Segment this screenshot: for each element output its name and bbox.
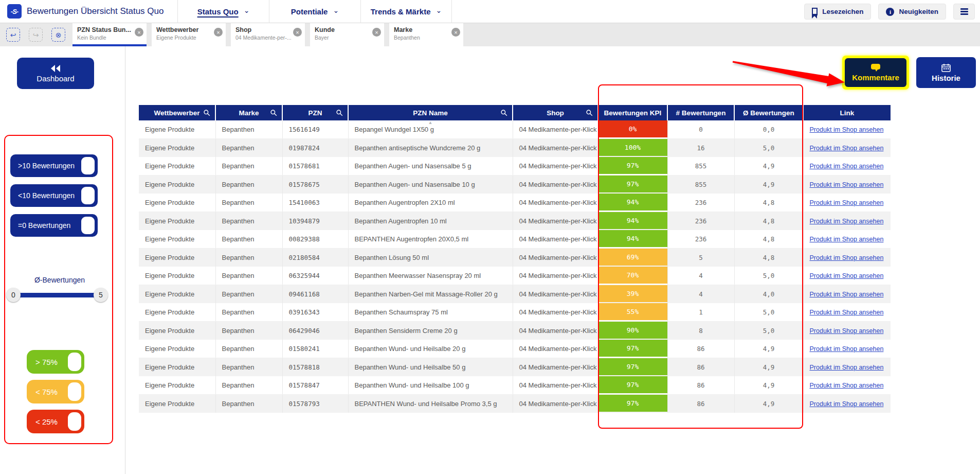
product-shop-link[interactable]: Produkt im Shop ansehen [810,400,884,408]
cell-shop[interactable]: 04 Medikamente-per-Klick [513,249,598,267]
cell-anzahl-bewertungen[interactable]: 5 [667,249,734,267]
clear-selections-button[interactable]: ⊗ [51,28,65,42]
cell-pzn[interactable]: 01578818 [282,358,348,377]
cell-marke[interactable]: Bepanthen [215,230,282,249]
cell-shop[interactable]: 04 Medikamente-per-Klick [513,194,598,212]
filter-chip-marke[interactable]: MarkeBepanthen× [389,23,463,46]
cell-shop[interactable]: 04 Medikamente-per-Klick [513,285,598,304]
cell-shop[interactable]: 04 Medikamente-per-Klick [513,358,598,377]
cell-wettbewerber[interactable]: Eigene Produkte [139,395,215,413]
cell-anzahl-bewertungen[interactable]: 16 [667,139,734,157]
cell-anzahl-bewertungen[interactable]: 0 [667,120,734,139]
col-header-marke[interactable]: Marke [215,105,282,120]
dashboard-button[interactable]: Dashboard [17,58,94,89]
cell-wettbewerber[interactable]: Eigene Produkte [139,249,215,267]
cell-wettbewerber[interactable]: Eigene Produkte [139,194,215,212]
cell-anzahl-bewertungen[interactable]: 86 [667,376,734,395]
cell-marke[interactable]: Bepanthen [215,358,282,377]
cell-marke[interactable]: Bepanthen [215,267,282,285]
cell-marke[interactable]: Bepanthen [215,212,282,231]
cell-pzn[interactable]: 01578793 [282,395,348,413]
cell-anzahl-bewertungen[interactable]: 4 [667,267,734,285]
cell-anzahl-bewertungen[interactable]: 236 [667,194,734,212]
search-icon[interactable] [586,109,593,116]
cell-bewertungen-kpi[interactable]: 97% [598,340,667,358]
cell-pzn[interactable]: 10394879 [282,212,348,231]
cell-bewertungen-kpi[interactable]: 100% [598,139,667,157]
cell-marke[interactable]: Bepanthen [215,249,282,267]
cell-avg-bewertungen[interactable]: 5,0 [734,322,803,340]
product-shop-link[interactable]: Produkt im Shop ansehen [810,254,884,261]
slider-track[interactable] [11,293,103,297]
cell-avg-bewertungen[interactable]: 4,9 [734,376,803,395]
toggle-kpi-lt25[interactable]: < 25% [27,410,84,433]
search-icon[interactable] [270,109,277,116]
cell-avg-bewertungen[interactable]: 4,9 [734,340,803,358]
cell-pzn[interactable]: 03916343 [282,303,348,322]
cell-shop[interactable]: 04 Medikamente-per-Klick [513,340,598,358]
filter-chip-kunde[interactable]: KundeBayer× [310,23,384,46]
close-icon[interactable]: × [293,28,302,37]
cell-wettbewerber[interactable]: Eigene Produkte [139,230,215,249]
cell-bewertungen-kpi[interactable]: 94% [598,230,667,249]
col-header-shop[interactable]: Shop [513,105,598,120]
cell-shop[interactable]: 04 Medikamente-per-Klick [513,157,598,175]
cell-pzn[interactable]: 01578847 [282,376,348,395]
cell-anzahl-bewertungen[interactable]: 86 [667,340,734,358]
cell-bewertungen-kpi[interactable]: 97% [598,175,667,194]
col-header-pzn-name[interactable]: PZN Name▲ [348,105,513,120]
comments-button[interactable]: Kommentare [845,58,906,87]
col-header-pzn[interactable]: PZN [282,105,348,120]
nav-tab-trends-m-rkte[interactable]: Trends & Märkte⌄ [360,0,452,23]
slider-handle-min[interactable]: 0 [6,288,21,302]
cell-shop[interactable]: 04 Medikamente-per-Klick [513,376,598,395]
cell-marke[interactable]: Bepanthen [215,194,282,212]
cell-wettbewerber[interactable]: Eigene Produkte [139,376,215,395]
toggle-kpi-gt75[interactable]: > 75% [27,350,84,374]
history-button[interactable]: Historie [916,57,976,88]
cell-pzn[interactable]: 01578675 [282,175,348,194]
cell-pzn-name[interactable]: Bepanthen Schaumspray 75 ml [348,303,513,322]
search-icon[interactable] [203,109,210,116]
cell-pzn-name[interactable]: Bepanthen Wund- und Heilsalbe 50 g [348,358,513,377]
cell-shop[interactable]: 04 Medikamente-per-Klick [513,322,598,340]
cell-wettbewerber[interactable]: Eigene Produkte [139,212,215,231]
cell-pzn-name[interactable]: Bepanthen Augen- und Nasensalbe 10 g [348,175,513,194]
product-shop-link[interactable]: Produkt im Shop ansehen [810,382,884,389]
cell-avg-bewertungen[interactable]: 4,9 [734,358,803,377]
cell-pzn[interactable]: 15410063 [282,194,348,212]
selections-forward-button[interactable]: ↪ [29,28,43,42]
product-shop-link[interactable]: Produkt im Shop ansehen [810,218,884,225]
cell-pzn[interactable]: 01987824 [282,139,348,157]
close-icon[interactable]: × [372,28,381,37]
cell-shop[interactable]: 04 Medikamente-per-Klick [513,303,598,322]
nav-tab-potentiale[interactable]: Potentiale⌄ [269,0,360,23]
cell-bewertungen-kpi[interactable]: 97% [598,395,667,413]
cell-pzn-name[interactable]: Bepanthen Sensiderm Creme 20 g [348,322,513,340]
cell-shop[interactable]: 04 Medikamente-per-Klick [513,120,598,139]
toggle-gt10-bewertungen[interactable]: >10 Bewertungen [10,154,98,177]
product-shop-link[interactable]: Produkt im Shop ansehen [810,236,884,243]
filter-chip-shop[interactable]: Shop04 Medikamente-per-...× [231,23,305,46]
cell-wettbewerber[interactable]: Eigene Produkte [139,175,215,194]
bookmarks-button[interactable]: Lesezeichen [804,4,871,20]
cell-wettbewerber[interactable]: Eigene Produkte [139,267,215,285]
cell-avg-bewertungen[interactable]: 5,0 [734,267,803,285]
cell-wettbewerber[interactable]: Eigene Produkte [139,322,215,340]
cell-marke[interactable]: Bepanthen [215,322,282,340]
cell-pzn[interactable]: 06325944 [282,267,348,285]
cell-marke[interactable]: Bepanthen [215,340,282,358]
cell-bewertungen-kpi[interactable]: 90% [598,322,667,340]
cell-bewertungen-kpi[interactable]: 0% [598,120,667,139]
toggle-eq0-bewertungen[interactable]: =0 Bewertungen [10,214,98,237]
cell-bewertungen-kpi[interactable]: 97% [598,358,667,377]
selections-back-button[interactable]: ↩ [6,28,20,42]
cell-bewertungen-kpi[interactable]: 55% [598,303,667,322]
col-header-anzahl-bewertungen[interactable]: # Bewertungen [667,105,734,120]
product-shop-link[interactable]: Produkt im Shop ansehen [810,163,884,170]
cell-pzn[interactable]: 15616149 [282,120,348,139]
cell-anzahl-bewertungen[interactable]: 86 [667,358,734,377]
cell-avg-bewertungen[interactable]: 4,0 [734,285,803,304]
cell-pzn[interactable]: 09461168 [282,285,348,304]
toggle-knob[interactable] [68,412,81,431]
